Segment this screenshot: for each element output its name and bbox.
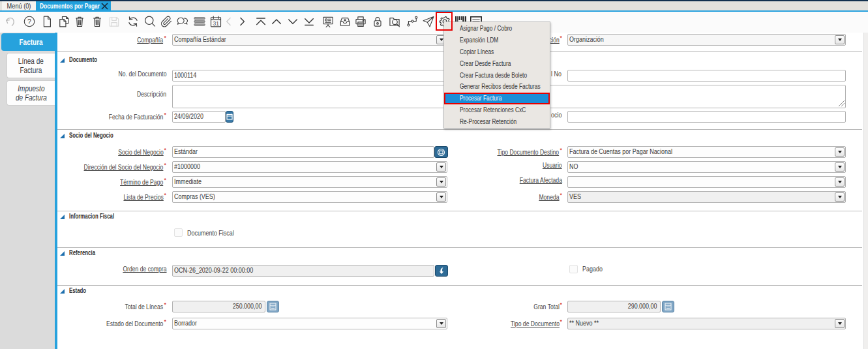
svg-text:31: 31	[213, 20, 220, 27]
svg-text:?: ?	[27, 18, 31, 25]
